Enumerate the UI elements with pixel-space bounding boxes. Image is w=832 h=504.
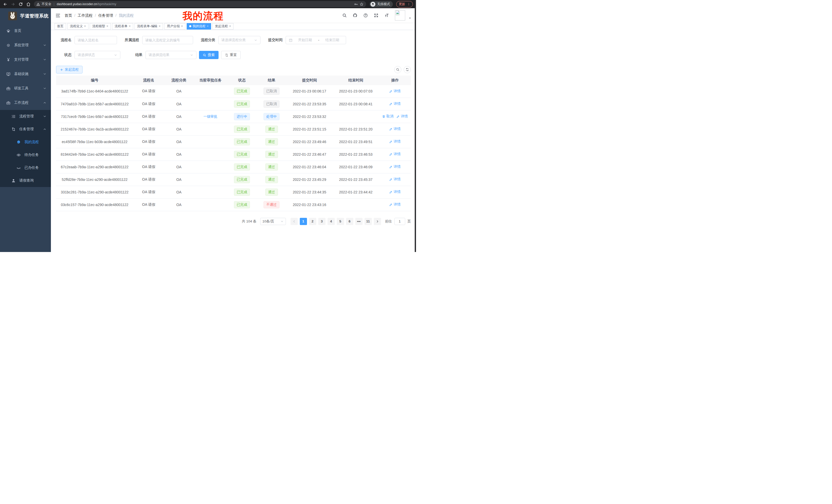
tab[interactable]: 用户分组×	[164, 23, 185, 30]
detail-action-link[interactable]: 详情	[389, 177, 400, 181]
process-definition-input[interactable]	[142, 36, 193, 44]
detail-action-link[interactable]: 详情	[389, 164, 400, 169]
sidebar-item-briefcase[interactable]: 工作流程	[0, 95, 51, 110]
omnibox-divider: |	[54, 2, 54, 6]
tab[interactable]: 流程模型×	[90, 23, 111, 30]
cell-category: OA	[164, 198, 193, 211]
page-number-button[interactable]: 3	[318, 218, 326, 225]
home-icon[interactable]	[26, 2, 31, 6]
edit-icon	[389, 203, 393, 206]
sidebar-item-user[interactable]: 请假查询	[0, 174, 51, 187]
reload-icon[interactable]	[19, 2, 23, 6]
page-number-button[interactable]: 4	[328, 218, 335, 225]
cell-current-task	[193, 198, 227, 211]
page-number-button[interactable]: 5	[337, 218, 344, 225]
cancel-action-link[interactable]: 取消	[382, 114, 393, 119]
key-icon[interactable]	[354, 2, 358, 6]
sidebar-item-label: 首页	[14, 29, 21, 33]
table-row: 3ad174fb-7b9d-11ec-8404-acde48001122OA 请…	[56, 85, 411, 97]
close-icon[interactable]: ×	[129, 25, 131, 28]
sidebar-item-toolbox[interactable]: 研发工具	[0, 81, 51, 95]
close-icon[interactable]: ×	[207, 25, 209, 28]
detail-action-link[interactable]: 详情	[389, 127, 400, 131]
tab[interactable]: 流程表单×	[112, 23, 133, 30]
close-icon[interactable]: ×	[181, 25, 183, 28]
page-size-select[interactable]: 10条/页	[260, 218, 286, 225]
create-process-button[interactable]: 发起流程	[56, 66, 82, 74]
reset-button[interactable]: 重置	[221, 51, 241, 59]
submit-time-range-picker[interactable]: 开始日期 - 结束日期	[286, 36, 346, 44]
tab[interactable]: 我的流程×	[187, 23, 211, 30]
tab[interactable]: 发起流程×	[212, 23, 233, 30]
close-icon[interactable]: ×	[106, 25, 108, 28]
table-row: ec45f38f-7b9a-11ec-b03b-acde48001122OA 请…	[56, 135, 411, 148]
result-badge: 通过	[265, 163, 278, 171]
star-icon[interactable]	[360, 2, 364, 6]
show-search-button[interactable]	[394, 66, 401, 73]
tab[interactable]: 首页	[54, 23, 66, 30]
url-text[interactable]: dashboard.yudao.iocoder.cn/bpm/task/my	[57, 2, 116, 6]
next-page-button[interactable]	[374, 218, 381, 225]
status-select[interactable]: 请选择状态	[75, 51, 120, 59]
close-icon[interactable]: ×	[159, 25, 160, 28]
goto-page-input[interactable]: 1	[394, 218, 405, 225]
fullscreen-icon[interactable]	[374, 13, 379, 18]
tab[interactable]: 流程表单-编辑×	[134, 23, 163, 30]
update-button[interactable]: 更新	[396, 1, 413, 7]
window-scrollbar[interactable]	[415, 0, 416, 252]
breadcrumb-item[interactable]: 工作流程	[78, 13, 93, 18]
detail-action-link[interactable]: 详情	[389, 102, 400, 106]
page-number-button[interactable]: 1	[300, 218, 307, 225]
breadcrumb-separator: /	[115, 13, 116, 18]
status-badge: 已完成	[234, 88, 250, 95]
github-icon[interactable]	[353, 13, 357, 18]
result-select[interactable]: 请选择流结果	[146, 51, 197, 59]
detail-action-link[interactable]: 详情	[389, 190, 400, 194]
category-select[interactable]: 请选择流程分类	[218, 36, 260, 44]
forward-icon[interactable]	[11, 2, 15, 6]
current-task-link[interactable]: 一级审批	[203, 114, 217, 119]
page-ellipsis-button[interactable]: •••	[355, 218, 363, 225]
search-icon[interactable]	[342, 13, 347, 18]
detail-action-link[interactable]: 详情	[389, 89, 400, 93]
sidebar-item-list-tree[interactable]: 流程管理	[0, 110, 51, 123]
detail-action-link[interactable]: 详情	[389, 202, 400, 207]
sidebar-item-flow[interactable]: 任务管理	[0, 123, 51, 136]
page-title-annotation: 我的流程	[183, 9, 224, 23]
more-vert-icon[interactable]	[407, 3, 410, 6]
app-logo[interactable]: 芋道管理系统	[0, 8, 51, 24]
caret-down-icon[interactable]	[409, 17, 411, 20]
page-number-button[interactable]: 11	[365, 218, 372, 225]
close-icon[interactable]: ×	[84, 25, 86, 28]
detail-action-link[interactable]: 详情	[389, 139, 400, 144]
process-name-input[interactable]	[75, 36, 117, 44]
page-number-button[interactable]: 2	[309, 218, 316, 225]
detail-action-link[interactable]: 详情	[389, 152, 400, 157]
refresh-button[interactable]	[404, 66, 411, 73]
sidebar-item-monitor[interactable]: 基础设施	[0, 67, 51, 81]
security-label[interactable]: 不安全	[42, 2, 51, 6]
sidebar-item-robot[interactable]: 我的流程	[0, 136, 51, 148]
page-number-button[interactable]: 6	[346, 218, 353, 225]
question-icon[interactable]	[363, 13, 368, 18]
cell-result: 通过	[257, 173, 286, 186]
avatar[interactable]	[395, 10, 405, 21]
tab[interactable]: 流程定义×	[67, 23, 88, 30]
font-size-icon[interactable]	[384, 13, 389, 18]
sidebar-item-gear[interactable]: 系统管理	[0, 38, 51, 52]
back-icon[interactable]	[3, 2, 7, 6]
tab-label: 流程表单-编辑	[137, 24, 157, 29]
collapse-sidebar-icon[interactable]	[55, 13, 60, 18]
detail-action-link[interactable]: 详情	[396, 114, 408, 119]
sidebar-item-dashboard[interactable]: 首页	[0, 24, 51, 38]
breadcrumb-item[interactable]: 首页	[64, 13, 72, 18]
sidebar-item-yen[interactable]: 支付管理	[0, 52, 51, 67]
close-icon[interactable]: ×	[229, 25, 231, 28]
sidebar-item-eye-closed[interactable]: 已办任务	[0, 161, 51, 174]
sidebar-item-eye-open[interactable]: 待办任务	[0, 148, 51, 161]
breadcrumb-item[interactable]: 任务管理	[98, 13, 113, 18]
prev-page-button[interactable]	[290, 218, 298, 225]
search-button[interactable]: 搜索	[199, 51, 218, 59]
cell-current-task[interactable]: 一级审批	[193, 110, 227, 123]
address-bar[interactable]: 不安全 | dashboard.yudao.iocoder.cn/bpm/tas…	[34, 1, 366, 7]
